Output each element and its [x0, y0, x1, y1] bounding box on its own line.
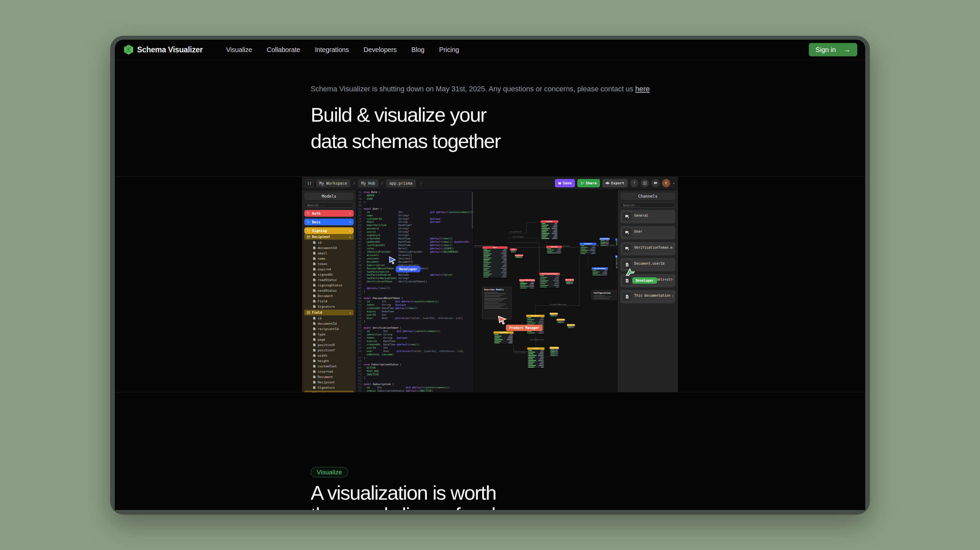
model-field-row[interactable]: width — [304, 353, 354, 358]
export-label: Export — [611, 181, 624, 185]
model-table-recipient[interactable]: Recipient▴ — [304, 234, 354, 240]
nav-link-blog[interactable]: Blog — [411, 46, 425, 54]
code-text: twoFactorEnabled Boolean @default(false) — [364, 273, 452, 277]
entity-table-recipient[interactable]: Recipient — [526, 315, 544, 334]
model-field-row[interactable]: height — [304, 358, 354, 363]
field-file-icon — [313, 375, 316, 378]
nav-link-developers[interactable]: Developers — [364, 46, 397, 54]
model-group-signing[interactable]: Signing▴ — [304, 227, 354, 234]
entity-table-signingstatus[interactable]: SigningStatus — [567, 324, 575, 328]
model-group-docs[interactable]: Docs▾ — [304, 219, 354, 225]
model-field-row[interactable]: signingStatus — [304, 282, 354, 288]
model-group-auth[interactable]: Auth▾ — [304, 210, 354, 217]
entity-table-user[interactable]: User — [482, 246, 508, 278]
entity-table-verificationtoken[interactable]: VerificationToken — [539, 273, 560, 288]
model-field-row[interactable]: type — [304, 331, 354, 337]
brand[interactable]: Schema Visualizer — [124, 45, 202, 55]
canvas-note[interactable]: Configuration — [592, 290, 617, 300]
breadcrumb-workspace[interactable]: My Workspace — [316, 179, 350, 187]
contact-here-link[interactable]: here — [635, 85, 650, 93]
nav-link-integrations[interactable]: Integrations — [315, 46, 349, 54]
chevron-down-icon[interactable]: ▾ — [349, 212, 351, 215]
code-line: 45 @@index([email]) — [356, 287, 474, 290]
model-field-row[interactable]: sendStatus — [304, 288, 354, 293]
breadcrumb-menu-icon[interactable]: ⋮ — [419, 181, 423, 185]
model-field-row[interactable]: positionX — [304, 342, 354, 347]
model-field-row[interactable]: signedAt — [304, 272, 354, 277]
line-number: 68 — [356, 366, 364, 370]
entity-table-identityprovider[interactable]: IdentityProvider — [515, 254, 523, 258]
channel-item[interactable]: This documentation provides _ — [620, 290, 675, 303]
entity-table-document[interactable]: Document — [579, 243, 596, 254]
channel-item[interactable]: General — [620, 210, 675, 223]
code-line: 52 expiry DateTime — [356, 310, 474, 313]
model-field-row[interactable]: positionY — [304, 347, 354, 353]
model-field-row[interactable]: recipientId — [304, 326, 354, 331]
model-field-row[interactable]: expired — [304, 266, 354, 272]
model-table-field[interactable]: Field▴ — [304, 310, 354, 315]
model-field-row[interactable]: id — [304, 315, 354, 321]
channel-item[interactable]: User — [620, 226, 675, 239]
entity-table-account[interactable]: Account — [541, 220, 558, 239]
canvas-note[interactable]: Overview Models — [482, 287, 512, 319]
model-table-signature[interactable]: Signature▴ — [304, 391, 354, 392]
comments-button[interactable] — [651, 179, 660, 187]
cursor-label-product-manager: Product Manager — [506, 325, 542, 331]
share-button[interactable]: Share — [577, 179, 600, 187]
model-field-row[interactable]: inserted — [304, 369, 354, 374]
code-text: name String? — [364, 214, 409, 217]
chevron-up-icon[interactable]: ▴ — [349, 229, 351, 232]
nav-link-visualize[interactable]: Visualize — [226, 46, 252, 54]
entity-table-documentdata[interactable]: DocumentData — [600, 238, 609, 246]
model-field-row[interactable]: page — [304, 337, 354, 342]
chevron-down-icon[interactable]: ▾ — [349, 220, 351, 223]
chevron-up-icon[interactable]: ▴ — [349, 235, 351, 239]
diagram-canvas[interactable]: AccountToUserSessionToUserDocumentToUser… — [474, 190, 617, 392]
model-field-row[interactable]: name — [304, 256, 354, 261]
model-field-row[interactable]: Signature — [304, 304, 354, 309]
user-avatar[interactable]: C — [662, 179, 670, 187]
entity-table-session[interactable]: Session — [546, 246, 562, 254]
model-field-row[interactable]: Signature — [304, 385, 354, 390]
entity-table-field[interactable]: Field — [527, 347, 544, 368]
terminal-icon[interactable]: [] — [305, 179, 313, 187]
model-field-row[interactable]: token — [304, 261, 354, 266]
nav-link-collaborate[interactable]: Collaborate — [267, 46, 300, 54]
model-field-row[interactable]: customText — [304, 363, 354, 369]
breadcrumb-file[interactable]: app.prisma — [386, 179, 416, 187]
entity-table-subscription[interactable]: Subscription — [565, 279, 574, 284]
save-icon — [558, 182, 561, 185]
model-field-row[interactable]: documentId — [304, 245, 354, 250]
model-field-row[interactable]: Document — [304, 293, 354, 298]
entity-table-readstatus[interactable]: ReadStatus — [550, 313, 558, 317]
channel-item[interactable]: VerificationToken.expires — [620, 242, 675, 255]
schema-code-editor[interactable]: 16enum Role {17 ADMIN18 USER19}2021model… — [356, 190, 474, 392]
entity-table-passwordresettoken[interactable]: PasswordResetToken — [519, 279, 535, 288]
model-field-row[interactable]: Field — [304, 298, 354, 304]
code-line: 59 identifier String — [356, 333, 474, 336]
export-button[interactable]: Export — [602, 179, 628, 187]
model-field-row[interactable]: email — [304, 250, 354, 256]
entity-table-sendstatus[interactable]: SendStatus — [557, 319, 565, 323]
nav-link-pricing[interactable]: Pricing — [439, 46, 459, 54]
chevron-up-icon[interactable]: ▴ — [349, 311, 351, 314]
model-field-row[interactable]: readStatus — [304, 277, 354, 282]
entity-table-role[interactable]: Role — [510, 248, 517, 253]
layout-panels-button[interactable] — [641, 179, 649, 187]
channels-search-input[interactable]: Search... — [620, 202, 675, 208]
save-button[interactable]: Save — [555, 179, 575, 187]
help-button[interactable]: ? — [630, 179, 638, 187]
model-field-row[interactable]: id — [304, 240, 354, 245]
breadcrumb-hub[interactable]: My Hub — [358, 179, 379, 187]
model-field-row[interactable]: Recipient — [304, 379, 354, 385]
models-search-input[interactable]: Search... — [304, 202, 354, 208]
entity-table-signature[interactable]: Signature — [493, 331, 514, 344]
entity-table-fieldtype[interactable]: FieldType — [550, 347, 559, 356]
model-field-row[interactable]: Document — [304, 374, 354, 379]
chevron-up-icon[interactable]: ▴ — [349, 392, 351, 393]
chevron-down-icon[interactable]: ▾ — [673, 181, 675, 185]
sign-in-button[interactable]: Sign in → — [809, 43, 857, 56]
model-field-row[interactable]: documentId — [304, 321, 354, 326]
entity-table-documentmeta[interactable]: DocumentMeta — [592, 267, 608, 276]
editor-scrollbar[interactable] — [472, 192, 473, 229]
